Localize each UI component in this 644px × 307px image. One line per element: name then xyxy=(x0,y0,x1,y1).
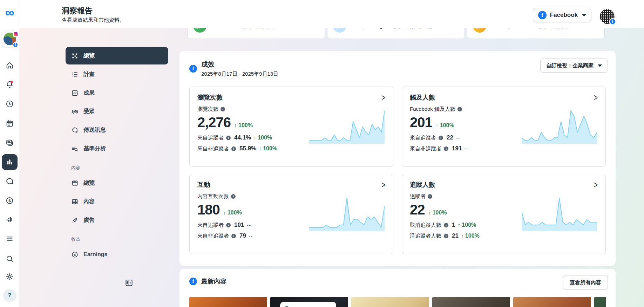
task-card-instagram-story[interactable]: 在 Instagram 發佈1則限時動態 0 / 1 xyxy=(327,28,465,39)
stat-change: ↑ 100% xyxy=(461,233,480,239)
chevron-right-icon[interactable]: > xyxy=(381,93,385,102)
collapse-sidebar-icon[interactable] xyxy=(124,278,168,289)
inbox-icon[interactable] xyxy=(0,174,19,188)
content-thumbnail-6[interactable]: ▶ xyxy=(594,297,606,307)
info-icon[interactable]: i xyxy=(226,136,231,140)
stat-value: 1 xyxy=(452,221,455,228)
sidebar-item-content-overview[interactable]: 總覽 xyxy=(66,175,168,191)
chevron-right-icon[interactable]: > xyxy=(594,180,598,189)
sidebar-item-earnings[interactable]: $ Earnings xyxy=(66,247,168,262)
sidebar-item-overview[interactable]: 總覽 xyxy=(66,47,168,64)
content-icon[interactable] xyxy=(0,136,19,150)
metric-card-title: 追蹤人數 xyxy=(410,180,435,189)
info-icon[interactable]: i xyxy=(439,136,443,140)
content-thumbnail-3[interactable]: ▶ xyxy=(351,297,429,307)
ads-icon[interactable] xyxy=(0,212,19,226)
menu-icon[interactable] xyxy=(0,232,19,246)
metric-stat-row: 來自非追蹤者i79-- xyxy=(197,232,385,239)
info-icon[interactable]: i xyxy=(444,234,448,238)
info-icon[interactable]: i xyxy=(444,223,448,227)
sidebar-item-audience[interactable]: 受眾 xyxy=(66,104,168,119)
content-thumbnails-row: ▶▶▶▶▶▶ xyxy=(189,297,606,307)
info-icon[interactable]: i xyxy=(231,194,236,199)
home-icon[interactable] xyxy=(0,58,19,72)
page-title: 洞察報告 xyxy=(62,6,93,16)
performance-date-range: 2025年8月17日 - 2025年9月13日 xyxy=(201,71,278,77)
info-icon[interactable]: i xyxy=(231,146,236,151)
info-icon[interactable]: i xyxy=(457,107,462,111)
sidebar-item-label: 受眾 xyxy=(83,108,95,115)
stat-value: 21 xyxy=(452,232,459,239)
stat-value: 101 xyxy=(234,221,244,228)
metric-label: Facebook 觸及人數 xyxy=(410,106,455,112)
metric-card-title: 瀏覽次數 xyxy=(197,93,223,102)
custom-view-label: 自訂檢視：企業商家 xyxy=(546,62,594,69)
help-icon[interactable]: ? xyxy=(0,288,19,302)
chevron-right-icon[interactable]: > xyxy=(594,93,598,102)
see-all-content-button[interactable]: 查看所有內容 xyxy=(563,275,608,290)
task-card-facebook-posts[interactable]: 在 Facebook 發佈3則貼文 0 / 3 xyxy=(467,28,605,39)
platform-selector-button[interactable]: f Facebook xyxy=(533,8,591,22)
metric-card-1[interactable]: 瀏覽次數>瀏覽次數i2,276↑ 100%來自追蹤者i44.1%↑ 100%來自… xyxy=(189,87,393,167)
facebook-badge-icon: f xyxy=(609,18,616,25)
insights-icon[interactable] xyxy=(2,154,18,170)
monetization-icon[interactable]: $ xyxy=(0,193,19,207)
settings-icon[interactable] xyxy=(0,270,19,284)
metric-card-title: 觸及人數 xyxy=(410,93,435,102)
stat-label: 來自追蹤者 xyxy=(410,135,436,141)
metric-card-4[interactable]: 追蹤人數>追蹤者i22↑ 100%取消追蹤人數i1↑ 100%淨追蹤者人數i21… xyxy=(402,174,606,254)
boost-icon[interactable] xyxy=(0,97,19,111)
instagram-badge-icon xyxy=(13,32,18,37)
content-thumbnail-1[interactable]: ▶ xyxy=(189,297,267,307)
stat-label: 來自非追蹤者 xyxy=(197,145,229,152)
planner-icon[interactable] xyxy=(0,116,19,130)
sidebar-item-results[interactable]: 成果 xyxy=(66,85,168,101)
metric-card-2[interactable]: 觸及人數>Facebook 觸及人數i201↑ 100%來自追蹤者i22--來自… xyxy=(402,87,606,167)
content-thumbnail-4[interactable]: ▶ xyxy=(432,297,510,307)
latest-content-title: 最新內容 xyxy=(201,277,226,286)
stat-value: 44.1% xyxy=(234,134,251,141)
stat-change: ↑ 100% xyxy=(253,135,272,141)
sparkline-chart xyxy=(522,197,597,232)
info-icon[interactable]: i xyxy=(444,146,448,151)
info-icon[interactable]: i xyxy=(428,194,432,199)
metric-stat-row: 來自非追蹤者i55.9%↑ 100% xyxy=(197,145,385,152)
custom-view-selector[interactable]: 自訂檢視：企業商家 xyxy=(540,59,608,73)
task-icon xyxy=(473,28,486,33)
task-card-publish-ad[interactable]: 發佈一則廣告 0 / 1 xyxy=(187,28,325,39)
stat-value: 191 xyxy=(452,145,462,152)
meta-logo-icon[interactable]: ∞ xyxy=(0,6,19,20)
svg-text:3: 3 xyxy=(72,75,73,77)
stat-change: ↑ 100% xyxy=(259,145,277,152)
info-icon[interactable]: i xyxy=(226,223,231,227)
info-icon[interactable]: i xyxy=(221,107,225,111)
metric-card-3[interactable]: 互動>內容互動次數i180↑ 100%來自追蹤者i101--來自非追蹤者i79-… xyxy=(189,174,393,254)
content-thumbnail-2[interactable]: ▶ xyxy=(270,297,348,307)
sidebar-item-plan[interactable]: 1 2 3 計畫 xyxy=(66,67,168,82)
performance-title: 成效 xyxy=(201,60,278,69)
business-avatar[interactable]: f xyxy=(2,31,18,47)
search-icon[interactable] xyxy=(0,252,19,266)
stat-change: -- xyxy=(464,145,469,152)
sidebar-item-label: 計畫 xyxy=(83,71,95,78)
svg-text:$: $ xyxy=(74,253,76,257)
info-icon[interactable]: i xyxy=(231,234,236,238)
sidebar-item-ads[interactable]: 廣告 xyxy=(66,212,168,228)
chevron-right-icon[interactable]: > xyxy=(381,180,385,189)
notifications-icon[interactable] xyxy=(0,77,19,91)
sidebar-item-label: 內容 xyxy=(83,198,95,205)
stat-label: 淨追蹤者人數 xyxy=(410,233,441,239)
stat-change: -- xyxy=(456,135,460,141)
qr-profile-avatar[interactable]: f xyxy=(600,9,615,24)
stat-label: 來自追蹤者 xyxy=(197,135,224,141)
left-icon-rail: ∞ f $ xyxy=(0,0,19,307)
stat-change: -- xyxy=(249,233,253,239)
metric-value: 201 xyxy=(410,115,432,130)
sidebar-item-benchmarking[interactable]: 基準分析 xyxy=(66,141,168,156)
task-count: 0 / 3 xyxy=(588,28,598,29)
content-thumbnail-5[interactable]: ▶ xyxy=(513,297,591,307)
sidebar-section-earnings: 收益 xyxy=(71,236,168,243)
metric-value: 22 xyxy=(410,202,425,218)
sidebar-item-content[interactable]: 內容 xyxy=(66,194,168,209)
sidebar-item-messaging[interactable]: 傳送訊息 xyxy=(66,122,168,138)
